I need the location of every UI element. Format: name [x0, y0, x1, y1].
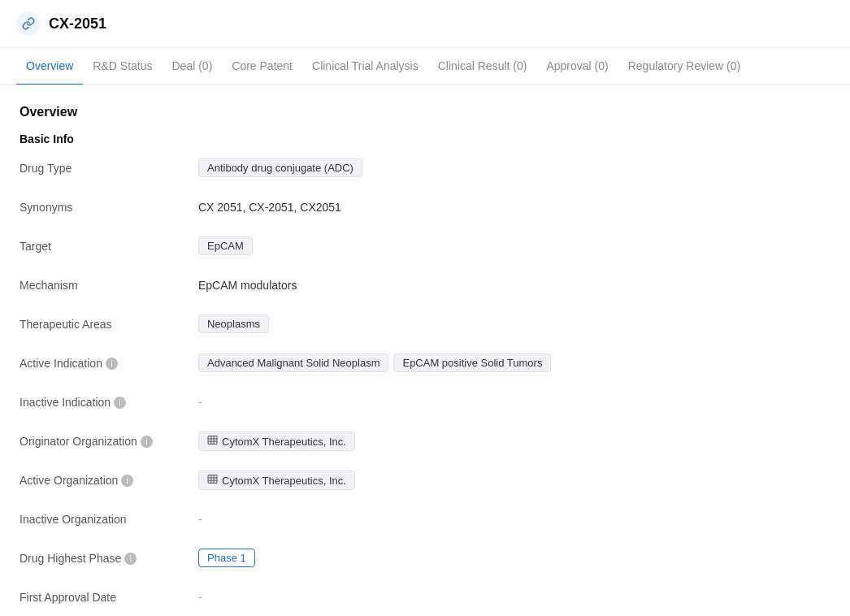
field-row-first-approval-date: First Approval Date-: [20, 588, 830, 610]
field-label-drug-highest-phase: Drug Highest Phasei: [20, 549, 198, 565]
building-icon: [207, 435, 218, 448]
tag-drug-type[interactable]: Antibody drug conjugate (ADC): [198, 158, 362, 177]
tag-active-indication[interactable]: EpCAM positive Solid Tumors: [393, 354, 551, 372]
tab-rd-status[interactable]: R&D Status: [83, 48, 162, 85]
org-name-active-org: CytomX Therapeutics, Inc.: [222, 475, 346, 487]
field-row-inactive-org: Inactive Organization-: [20, 510, 830, 532]
field-label-synonyms: Synonyms: [20, 197, 198, 214]
field-value-inactive-org: -: [198, 510, 202, 526]
field-label-inactive-org: Inactive Organization: [20, 510, 198, 526]
dash-inactive-indication: -: [198, 393, 202, 409]
header-icon: [16, 11, 41, 36]
field-label-target: Target: [20, 236, 198, 253]
field-label-therapeutic-areas: Therapeutic Areas: [20, 315, 198, 331]
building-icon: [207, 474, 218, 487]
info-icon-active-indication[interactable]: i: [106, 358, 118, 370]
field-label-active-org: Active Organizationi: [20, 471, 198, 487]
field-row-active-org: Active OrganizationiCytomX Therapeutics,…: [20, 471, 830, 493]
dash-first-approval-date: -: [198, 588, 202, 604]
dash-inactive-org: -: [198, 510, 202, 526]
tab-regulatory-review[interactable]: Regulatory Review (0): [618, 48, 751, 85]
tab-clinical-trial[interactable]: Clinical Trial Analysis: [302, 48, 428, 85]
field-value-first-approval-date: -: [198, 588, 202, 604]
field-value-synonyms: CX 2051, CX-2051, CX2051: [198, 197, 341, 214]
field-row-drug-highest-phase: Drug Highest PhaseiPhase 1: [20, 549, 830, 571]
org-tag-originator-org[interactable]: CytomX Therapeutics, Inc.: [198, 432, 355, 451]
tab-approval[interactable]: Approval (0): [536, 48, 618, 85]
field-value-mechanism: EpCAM modulators: [198, 275, 297, 292]
info-icon-active-org[interactable]: i: [121, 475, 133, 487]
tab-overview[interactable]: Overview: [16, 48, 83, 85]
subsection-title: Basic Info: [20, 132, 830, 145]
field-label-first-approval-date: First Approval Date: [20, 588, 198, 604]
tag-target[interactable]: EpCAM: [198, 236, 253, 255]
field-row-mechanism: MechanismEpCAM modulators: [20, 275, 830, 298]
main-content: Overview Basic Info Drug TypeAntibody dr…: [0, 85, 850, 616]
field-label-inactive-indication: Inactive Indicationi: [20, 393, 198, 409]
header: CX-2051: [0, 0, 850, 48]
app-container: CX-2051 OverviewR&D StatusDeal (0)Core P…: [0, 0, 850, 616]
field-value-therapeutic-areas: Neoplasms: [198, 315, 269, 333]
field-value-drug-type: Antibody drug conjugate (ADC): [198, 158, 362, 177]
tab-core-patent[interactable]: Core Patent: [222, 48, 302, 85]
field-value-target: EpCAM: [198, 236, 253, 255]
tab-deal[interactable]: Deal (0): [163, 48, 223, 85]
tag-therapeutic-areas[interactable]: Neoplasms: [198, 315, 269, 333]
field-row-inactive-indication: Inactive Indicationi-: [20, 393, 830, 415]
info-icon-originator-org[interactable]: i: [141, 436, 153, 448]
phase-tag-drug-highest-phase[interactable]: Phase 1: [198, 549, 255, 567]
org-tag-active-org[interactable]: CytomX Therapeutics, Inc.: [198, 471, 355, 490]
field-value-originator-org: CytomX Therapeutics, Inc.: [198, 432, 355, 451]
tag-active-indication[interactable]: Advanced Malignant Solid Neoplasm: [198, 354, 388, 372]
field-label-active-indication: Active Indicationi: [20, 354, 198, 370]
field-row-originator-org: Originator OrganizationiCytomX Therapeut…: [20, 432, 830, 454]
field-row-active-indication: Active IndicationiAdvanced Malignant Sol…: [20, 354, 830, 376]
section-title: Overview: [20, 105, 830, 119]
svg-rect-0: [208, 436, 217, 445]
tab-bar: OverviewR&D StatusDeal (0)Core PatentCli…: [0, 48, 850, 85]
field-value-active-org: CytomX Therapeutics, Inc.: [198, 471, 355, 490]
svg-rect-1: [208, 475, 217, 484]
text-value-synonyms: CX 2051, CX-2051, CX2051: [198, 197, 341, 214]
page-title: CX-2051: [49, 15, 106, 33]
info-icon-inactive-indication[interactable]: i: [114, 397, 126, 409]
field-value-active-indication: Advanced Malignant Solid NeoplasmEpCAM p…: [198, 354, 551, 372]
field-value-inactive-indication: -: [198, 393, 202, 409]
fields-container: Drug TypeAntibody drug conjugate (ADC)Sy…: [20, 158, 830, 610]
field-row-synonyms: SynonymsCX 2051, CX-2051, CX2051: [20, 197, 830, 220]
org-name-originator-org: CytomX Therapeutics, Inc.: [222, 436, 346, 448]
tab-clinical-result[interactable]: Clinical Result (0): [428, 48, 537, 85]
text-value-mechanism: EpCAM modulators: [198, 275, 297, 292]
field-label-originator-org: Originator Organizationi: [20, 432, 198, 448]
field-label-mechanism: Mechanism: [20, 275, 198, 292]
field-value-drug-highest-phase: Phase 1: [198, 549, 255, 567]
field-row-therapeutic-areas: Therapeutic AreasNeoplasms: [20, 315, 830, 337]
field-row-target: TargetEpCAM: [20, 236, 830, 259]
field-label-drug-type: Drug Type: [20, 158, 198, 175]
info-icon-drug-highest-phase[interactable]: i: [124, 553, 137, 565]
field-row-drug-type: Drug TypeAntibody drug conjugate (ADC): [20, 158, 830, 181]
